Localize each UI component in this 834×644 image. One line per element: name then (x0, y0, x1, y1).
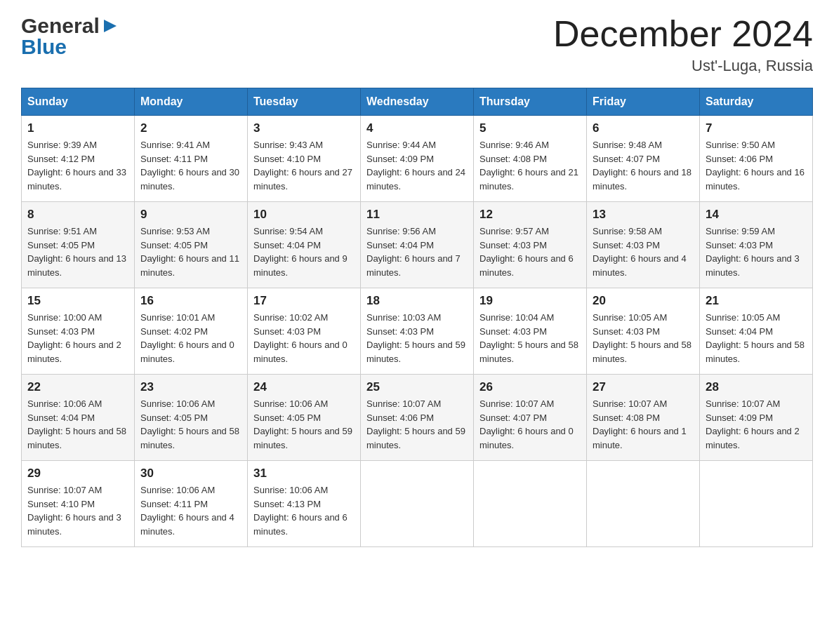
daylight-label: Daylight: 5 hours and 58 minutes. (140, 426, 239, 450)
daylight-label: Daylight: 6 hours and 6 minutes. (479, 253, 574, 278)
sunrise-label: Sunrise: 10:05 AM (706, 312, 780, 323)
sunrise-label: Sunrise: 9:39 AM (27, 140, 97, 150)
daylight-label: Daylight: 6 hours and 24 minutes. (366, 167, 465, 192)
day-number: 31 (253, 467, 355, 481)
weekday-header-tuesday: Tuesday (248, 88, 361, 116)
calendar-cell: 27 Sunrise: 10:07 AM Sunset: 4:08 PM Day… (587, 375, 700, 461)
day-info: Sunrise: 10:02 AM Sunset: 4:03 PM Daylig… (253, 311, 355, 365)
day-info: Sunrise: 10:06 AM Sunset: 4:04 PM Daylig… (27, 397, 128, 452)
sunset-label: Sunset: 4:03 PM (366, 326, 434, 337)
calendar-cell: 20 Sunrise: 10:05 AM Sunset: 4:03 PM Day… (587, 288, 700, 375)
day-info: Sunrise: 9:50 AM Sunset: 4:06 PM Dayligh… (706, 138, 807, 193)
calendar-cell (587, 461, 700, 547)
day-info: Sunrise: 9:46 AM Sunset: 4:08 PM Dayligh… (479, 138, 581, 193)
sunrise-label: Sunrise: 10:06 AM (253, 485, 328, 495)
sunrise-label: Sunrise: 9:46 AM (479, 140, 549, 150)
calendar-cell: 9 Sunrise: 9:53 AM Sunset: 4:05 PM Dayli… (135, 202, 248, 288)
sunrise-label: Sunrise: 9:48 AM (593, 140, 662, 150)
day-info: Sunrise: 10:07 AM Sunset: 4:08 PM Daylig… (593, 397, 694, 452)
week-row-1: 1 Sunrise: 9:39 AM Sunset: 4:12 PM Dayli… (22, 116, 813, 202)
sunrise-label: Sunrise: 9:41 AM (140, 140, 210, 150)
day-number: 1 (27, 121, 128, 135)
sunrise-label: Sunrise: 10:06 AM (140, 398, 215, 409)
calendar-cell: 21 Sunrise: 10:05 AM Sunset: 4:04 PM Day… (700, 288, 813, 375)
sunrise-label: Sunrise: 10:01 AM (140, 312, 215, 323)
sunset-label: Sunset: 4:10 PM (27, 499, 95, 509)
day-info: Sunrise: 9:58 AM Sunset: 4:03 PM Dayligh… (593, 224, 694, 279)
sunset-label: Sunset: 4:06 PM (366, 412, 434, 423)
day-number: 19 (479, 294, 581, 308)
daylight-label: Daylight: 6 hours and 16 minutes. (706, 167, 805, 192)
day-info: Sunrise: 9:54 AM Sunset: 4:04 PM Dayligh… (253, 224, 355, 279)
weekday-header-monday: Monday (135, 88, 248, 116)
calendar-cell: 18 Sunrise: 10:03 AM Sunset: 4:03 PM Day… (361, 288, 474, 375)
calendar-cell: 25 Sunrise: 10:07 AM Sunset: 4:06 PM Day… (361, 375, 474, 461)
day-number: 8 (27, 208, 128, 222)
daylight-label: Daylight: 6 hours and 4 minutes. (140, 512, 234, 537)
daylight-label: Daylight: 5 hours and 58 minutes. (479, 340, 578, 364)
day-number: 4 (366, 121, 468, 135)
day-number: 3 (253, 121, 355, 135)
sunrise-label: Sunrise: 10:07 AM (593, 398, 667, 409)
weekday-header-thursday: Thursday (474, 88, 587, 116)
day-number: 17 (253, 294, 355, 308)
day-number: 20 (593, 294, 694, 308)
sunset-label: Sunset: 4:04 PM (27, 412, 95, 423)
daylight-label: Daylight: 5 hours and 58 minutes. (706, 340, 805, 364)
week-row-2: 8 Sunrise: 9:51 AM Sunset: 4:05 PM Dayli… (22, 202, 813, 288)
sunrise-label: Sunrise: 10:03 AM (366, 312, 441, 323)
day-info: Sunrise: 9:48 AM Sunset: 4:07 PM Dayligh… (593, 138, 694, 193)
daylight-label: Daylight: 6 hours and 0 minutes. (140, 340, 234, 364)
daylight-label: Daylight: 6 hours and 13 minutes. (27, 253, 126, 278)
sunset-label: Sunset: 4:09 PM (366, 154, 434, 164)
sunrise-label: Sunrise: 9:56 AM (366, 226, 436, 236)
sunset-label: Sunset: 4:05 PM (140, 412, 208, 423)
daylight-label: Daylight: 6 hours and 9 minutes. (253, 253, 348, 278)
daylight-label: Daylight: 6 hours and 2 minutes. (706, 426, 800, 450)
day-info: Sunrise: 10:03 AM Sunset: 4:03 PM Daylig… (366, 311, 468, 365)
calendar-cell: 28 Sunrise: 10:07 AM Sunset: 4:09 PM Day… (700, 375, 813, 461)
day-number: 21 (706, 294, 807, 308)
daylight-label: Daylight: 6 hours and 3 minutes. (706, 253, 800, 278)
day-number: 26 (479, 380, 581, 394)
sunrise-label: Sunrise: 9:54 AM (253, 226, 323, 236)
day-info: Sunrise: 9:43 AM Sunset: 4:10 PM Dayligh… (253, 138, 355, 193)
day-info: Sunrise: 10:06 AM Sunset: 4:05 PM Daylig… (140, 397, 241, 452)
calendar-cell: 22 Sunrise: 10:06 AM Sunset: 4:04 PM Day… (22, 375, 135, 461)
weekday-header-friday: Friday (587, 88, 700, 116)
daylight-label: Daylight: 6 hours and 4 minutes. (593, 253, 687, 278)
day-info: Sunrise: 10:01 AM Sunset: 4:02 PM Daylig… (140, 311, 241, 365)
sunset-label: Sunset: 4:09 PM (706, 412, 773, 423)
sunset-label: Sunset: 4:06 PM (706, 154, 773, 164)
day-info: Sunrise: 10:07 AM Sunset: 4:09 PM Daylig… (706, 397, 807, 452)
day-number: 6 (593, 121, 694, 135)
day-number: 16 (140, 294, 241, 308)
daylight-label: Daylight: 5 hours and 58 minutes. (27, 426, 126, 450)
calendar-cell: 26 Sunrise: 10:07 AM Sunset: 4:07 PM Day… (474, 375, 587, 461)
day-number: 25 (366, 380, 468, 394)
daylight-label: Daylight: 5 hours and 59 minutes. (366, 340, 465, 364)
sunset-label: Sunset: 4:04 PM (706, 326, 773, 337)
sunrise-label: Sunrise: 9:53 AM (140, 226, 210, 236)
calendar-cell (474, 461, 587, 547)
day-info: Sunrise: 10:07 AM Sunset: 4:07 PM Daylig… (479, 397, 581, 452)
sunset-label: Sunset: 4:11 PM (140, 154, 208, 164)
daylight-label: Daylight: 6 hours and 0 minutes. (479, 426, 574, 450)
sunrise-label: Sunrise: 10:06 AM (27, 398, 102, 409)
calendar-cell: 7 Sunrise: 9:50 AM Sunset: 4:06 PM Dayli… (700, 116, 813, 202)
week-row-4: 22 Sunrise: 10:06 AM Sunset: 4:04 PM Day… (22, 375, 813, 461)
sunset-label: Sunset: 4:02 PM (140, 326, 208, 337)
day-info: Sunrise: 10:06 AM Sunset: 4:11 PM Daylig… (140, 483, 241, 538)
sunset-label: Sunset: 4:05 PM (253, 412, 321, 423)
daylight-label: Daylight: 5 hours and 59 minutes. (366, 426, 465, 450)
daylight-label: Daylight: 6 hours and 7 minutes. (366, 253, 461, 278)
calendar-cell: 8 Sunrise: 9:51 AM Sunset: 4:05 PM Dayli… (22, 202, 135, 288)
sunset-label: Sunset: 4:03 PM (253, 326, 321, 337)
sunrise-label: Sunrise: 10:06 AM (253, 398, 328, 409)
weekday-header-sunday: Sunday (22, 88, 135, 116)
day-info: Sunrise: 10:07 AM Sunset: 4:10 PM Daylig… (27, 483, 128, 538)
sunset-label: Sunset: 4:04 PM (253, 240, 321, 250)
logo-general: General (21, 14, 100, 38)
day-info: Sunrise: 9:51 AM Sunset: 4:05 PM Dayligh… (27, 224, 128, 279)
sunset-label: Sunset: 4:10 PM (253, 154, 321, 164)
